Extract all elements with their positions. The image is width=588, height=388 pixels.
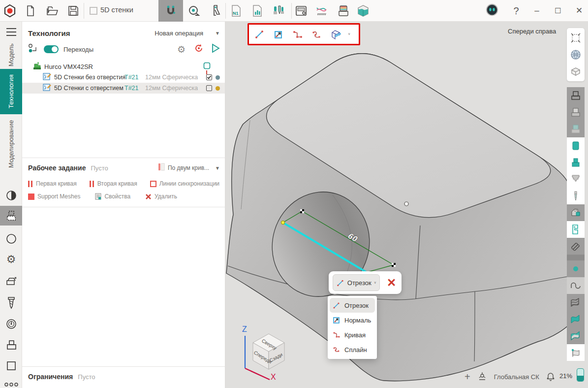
compass-icon[interactable] [0,229,22,248]
save-button[interactable] [66,4,80,18]
show-stock-solid-button[interactable] [567,104,585,121]
curve-tool-button[interactable] [290,27,305,42]
tab-modeling[interactable]: Моделирование [0,115,22,172]
normal-tool-button[interactable] [271,27,286,42]
add-cs-button[interactable]: + [464,371,470,383]
nc-program-button[interactable]: N1 [229,4,243,18]
first-curve-item[interactable]: Первая кривая [28,180,77,187]
handle-point-1[interactable] [300,209,304,213]
operation-checkbox-unchecked[interactable] [206,85,212,91]
show-flags-button[interactable] [567,344,585,361]
shaded-view-globe-button[interactable] [567,46,585,63]
postprocess-box-icon[interactable] [0,272,22,291]
open-file-button[interactable] [45,4,59,18]
more-options-icon[interactable] [0,375,22,388]
machine-row[interactable]: Hurco VMX42SR [22,61,225,72]
assistant-avatar[interactable] [485,3,499,17]
handle-point-2[interactable] [392,263,396,267]
transitions-toggle[interactable] [44,45,59,53]
second-curve-item[interactable]: Вторая кривая [90,180,137,187]
tab-model[interactable]: Модель [0,41,22,69]
job-mode-select[interactable]: По двум крив... [168,164,209,171]
sketch-edit-button[interactable] [329,27,343,42]
menu-item-spline[interactable]: Сплайн [330,342,375,357]
hamburger-menu-icon[interactable] [0,23,22,41]
show-machine-button[interactable] [567,221,585,238]
new-operation-button[interactable]: Новая операция [155,30,203,37]
snap-magnet-button-active[interactable] [158,0,183,22]
zoom-level-label[interactable]: 21% [559,372,572,380]
show-part-transparent-button[interactable] [567,121,585,137]
show-tool-button[interactable] [567,188,585,204]
machine-visibility-box[interactable] [203,62,211,71]
isometric-view-button[interactable] [567,63,585,80]
show-part-solid-button[interactable] [567,137,585,154]
show-faces-mixed-button[interactable] [567,327,585,344]
show-fixtures-button[interactable] [567,154,585,171]
report-button[interactable] [250,4,264,18]
cancel-sketch-button[interactable]: ✕ [387,278,396,288]
caliper-button[interactable] [209,4,222,18]
show-surfaces-shaded-button[interactable] [567,311,585,327]
menu-item-segment[interactable]: Отрезок [330,298,375,313]
delete-item[interactable]: Удалить [145,193,177,200]
document-tab-title[interactable]: 5D стенки [100,6,133,14]
segment-start-point[interactable] [281,221,284,224]
workpiece-setup-button-active[interactable] [0,206,22,226]
tab-technology[interactable]: Технология [0,69,22,114]
show-surfaces-wireframe-button[interactable] [567,294,585,311]
job-mode-caret-icon[interactable]: ▼ [215,165,220,171]
render-mode-icon[interactable] [0,186,22,205]
notifications-bell-icon[interactable] [546,371,555,383]
gauge-icon[interactable] [0,315,22,333]
measure-tape-button[interactable] [187,4,201,18]
stock-block-icon[interactable] [0,336,22,355]
plane-square-icon[interactable] [0,356,22,375]
strip-scrollbar-thumb[interactable] [567,255,585,260]
segment-tool-button[interactable] [252,27,267,42]
operations-structure-icon[interactable] [28,43,38,55]
menu-item-curve[interactable]: Кривая [330,327,375,342]
minimize-button[interactable]: – [529,4,544,17]
point-marker[interactable] [404,202,408,206]
tool-library-button[interactable] [272,4,285,18]
coordinate-system-label[interactable]: Глобальная СК [494,373,539,381]
coordinate-system-icon[interactable] [477,371,487,383]
view-orientation-label[interactable]: Спереди справа [508,28,556,35]
view-cube[interactable]: Z X Сверху Спереди Сзади [238,323,293,381]
segment-type-combobox[interactable]: Отрезок ᵛ [333,274,380,291]
new-file-button[interactable] [24,4,37,18]
maximize-button[interactable]: ☐ [551,4,565,17]
spline-tool-button[interactable] [309,27,324,42]
toolbar-expand-caret-icon[interactable]: ᵛ [348,32,350,37]
show-holder-button[interactable] [567,171,585,188]
calculator-button[interactable] [294,4,308,18]
new-operation-caret-icon[interactable]: ▼ [215,31,220,36]
operation-settings-gear-icon[interactable]: ⚙ [177,44,186,55]
show-machine-head-button-active[interactable] [567,204,585,221]
material-simulation-button[interactable] [356,4,370,18]
properties-item[interactable]: Свойства [95,193,130,200]
help-button[interactable]: ? [509,4,524,17]
operation-name: 5D Стенки с отверстием [54,85,124,92]
sync-lines-item[interactable]: Линии синхронизации [150,180,219,187]
viewport-3d[interactable]: 60 ᵛ Спереди справа [225,22,588,388]
show-stock-wireframe-button[interactable] [567,87,585,104]
show-curves-button[interactable] [567,277,585,294]
close-button[interactable]: ✕ [572,4,587,17]
graphs-button[interactable] [315,4,329,18]
recalculate-icon[interactable] [194,43,204,55]
operation-row-1[interactable]: 5D Стенки без отверстия T#21 12мм Сферич… [22,72,225,83]
run-simulation-button[interactable] [211,43,220,55]
operation-row-2-selected[interactable]: 5D Стенки с отверстием T#21 12мм Сфериче… [22,83,225,94]
settings-gear-icon[interactable]: ⚙ [0,250,22,269]
support-meshes-item[interactable]: Support Meshes [28,193,80,200]
show-points-button[interactable] [567,260,585,277]
toolbar-separator [291,3,292,19]
menu-item-normal[interactable]: Нормаль [330,313,375,327]
operation-checkbox-checked[interactable] [206,74,212,80]
tool-icon[interactable] [0,293,22,312]
show-toolpath-button[interactable] [567,238,585,255]
zoom-fit-button[interactable] [567,30,585,46]
lathe-stock-button[interactable] [337,4,350,18]
